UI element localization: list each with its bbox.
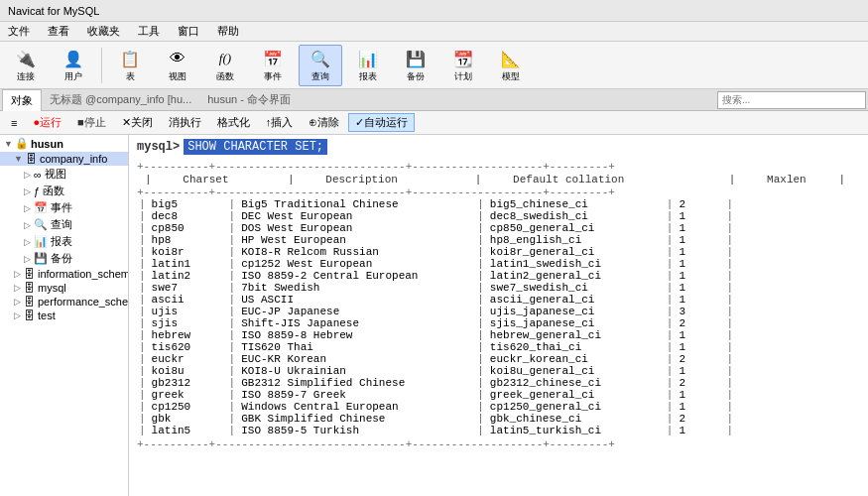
- btn-view[interactable]: 👁 视图: [156, 45, 199, 86]
- sidebar-views[interactable]: ▷ ∞ 视图: [0, 166, 128, 183]
- sidebar-functions[interactable]: ▷ ƒ 函数: [0, 183, 128, 199]
- tab-command[interactable]: husun - 命令界面: [199, 89, 299, 111]
- connection-name: husun: [31, 138, 63, 150]
- pipe: |: [137, 306, 148, 317]
- pipe: |: [227, 425, 238, 436]
- table-row: |hp8|HP West European|hp8_english_ci|1|: [137, 234, 860, 246]
- btn-report[interactable]: 📊 报表: [346, 45, 390, 86]
- pipe: |: [227, 413, 238, 425]
- table-row: |latin2|ISO 8859-2 Central European|lati…: [137, 270, 860, 282]
- query-icon: 🔍: [34, 218, 48, 231]
- pipe: |: [227, 246, 238, 258]
- sub-btn-stop[interactable]: ■停止: [70, 113, 113, 132]
- btn-query[interactable]: 🔍 查询: [299, 45, 342, 86]
- chevron-right-icon: ▷: [24, 203, 31, 213]
- pipe-4: |: [721, 173, 759, 186]
- pipe: |: [227, 258, 238, 270]
- title-text: Navicat for MySQL: [8, 5, 99, 17]
- pipe: |: [475, 329, 486, 341]
- btn-connect[interactable]: 🔌 连接: [4, 45, 48, 86]
- pipe: |: [137, 270, 148, 282]
- sidebar-events[interactable]: ▷ 📅 事件: [0, 199, 128, 216]
- btn-user[interactable]: 👤 用户: [52, 45, 95, 86]
- menu-view[interactable]: 查看: [44, 23, 73, 40]
- sub-btn-clear[interactable]: ⊕清除: [302, 113, 346, 132]
- table-row: |dec8|DEC West European|dec8_swedish_ci|…: [137, 210, 860, 222]
- db-mysql-label: mysql: [38, 282, 66, 294]
- btn-table[interactable]: 📋 表: [108, 45, 152, 86]
- pipe: |: [475, 377, 486, 389]
- pipe: |: [137, 282, 148, 294]
- pipe: |: [227, 353, 238, 365]
- btn-event[interactable]: 📅 事件: [251, 45, 295, 86]
- menu-help[interactable]: 帮助: [213, 23, 243, 40]
- cell-charset: dec8: [148, 210, 227, 222]
- sidebar-db-mysql[interactable]: ▷ 🗄 mysql: [0, 281, 128, 295]
- cell-desc: HP West European: [237, 234, 475, 246]
- cell-charset: gbk: [148, 413, 227, 425]
- divider-top: +----------+----------------------------…: [137, 161, 860, 173]
- sub-btn-close[interactable]: ✕关闭: [115, 113, 160, 132]
- cell-collation: gb2312_chinese_ci: [486, 377, 665, 389]
- pipe: |: [137, 198, 148, 210]
- pipe: |: [724, 353, 735, 365]
- btn-func-label: 函数: [216, 70, 234, 83]
- sidebar-db-info[interactable]: ▷ 🗄 information_schema: [0, 267, 128, 281]
- sidebar-backup[interactable]: ▷ 💾 备份: [0, 250, 128, 267]
- sub-btn-explain[interactable]: 消执行: [162, 113, 208, 132]
- btn-report-label: 报表: [359, 70, 377, 83]
- btn-schedule[interactable]: 📆 计划: [441, 45, 485, 86]
- pipe: |: [724, 282, 735, 294]
- menu-favorites[interactable]: 收藏夹: [83, 23, 124, 40]
- menu-file[interactable]: 文件: [4, 23, 34, 40]
- pipe: |: [724, 341, 735, 353]
- pipe: |: [665, 329, 676, 341]
- pipe-1: |: [137, 173, 175, 186]
- pipe: |: [227, 294, 238, 306]
- tab-object[interactable]: 对象: [2, 89, 42, 111]
- menu-window[interactable]: 窗口: [174, 23, 203, 40]
- pipe: |: [475, 270, 486, 282]
- cell-collation: koi8r_general_ci: [486, 246, 665, 258]
- col-collation: Default collation: [505, 173, 721, 186]
- table-row: |gb2312|GB2312 Simplified Chinese|gb2312…: [137, 377, 860, 389]
- pipe: |: [137, 401, 148, 413]
- pipe: |: [137, 413, 148, 425]
- cell-collation: hp8_english_ci: [486, 234, 665, 246]
- sub-btn-format[interactable]: 格式化: [210, 113, 257, 132]
- pipe: |: [137, 425, 148, 436]
- col-charset: Charset: [175, 173, 280, 186]
- sidebar-db-perf[interactable]: ▷ 🗄 performance_schema: [0, 295, 128, 309]
- sidebar-queries[interactable]: ▷ 🔍 查询: [0, 216, 128, 233]
- pipe: |: [665, 425, 676, 436]
- sub-btn-autorun[interactable]: ✓自动运行: [348, 113, 415, 132]
- sidebar-db-company[interactable]: ▼ 🗄 company_info: [0, 152, 128, 166]
- result-rows: |big5|Big5 Traditional Chinese|big5_chin…: [137, 198, 860, 436]
- divider-text: +----------+----------------------------…: [137, 161, 759, 173]
- query-command[interactable]: SHOW CHARACTER SET;: [184, 139, 327, 155]
- search-input[interactable]: [717, 91, 866, 109]
- btn-func[interactable]: f() 函数: [203, 45, 247, 86]
- sub-btn-run[interactable]: ●运行: [26, 113, 68, 132]
- menu-tools[interactable]: 工具: [134, 23, 164, 40]
- btn-backup[interactable]: 💾 备份: [394, 45, 437, 86]
- db-icon2: 🗄: [24, 268, 35, 280]
- sub-btn-menu[interactable]: ≡: [4, 115, 24, 131]
- cell-maxlen: 2: [675, 377, 724, 389]
- sidebar-reports[interactable]: ▷ 📊 报表: [0, 233, 128, 250]
- sub-btn-insert[interactable]: ↑插入: [259, 113, 301, 132]
- cell-charset: euckr: [148, 353, 227, 365]
- result-area[interactable]: +----------+----------------------------…: [129, 159, 868, 496]
- btn-model[interactable]: 📐 模型: [489, 45, 533, 86]
- sidebar-db-test[interactable]: ▷ 🗄 test: [0, 309, 128, 322]
- sidebar-connection[interactable]: ▼ 🔒 husun: [0, 135, 128, 152]
- pipe: |: [475, 198, 486, 210]
- tab-query-file[interactable]: 无标题 @company_info [hu...: [42, 89, 199, 111]
- cell-maxlen: 1: [675, 246, 724, 258]
- table-row: |ascii|US ASCII|ascii_general_ci|1|: [137, 294, 860, 306]
- tab-query-label: 无标题 @company_info [hu...: [50, 92, 191, 107]
- db-info-label: information_schema: [38, 268, 129, 280]
- pipe: |: [137, 377, 148, 389]
- chevron-right-icon: ▷: [14, 297, 21, 307]
- view-icon: 👁: [166, 47, 189, 70]
